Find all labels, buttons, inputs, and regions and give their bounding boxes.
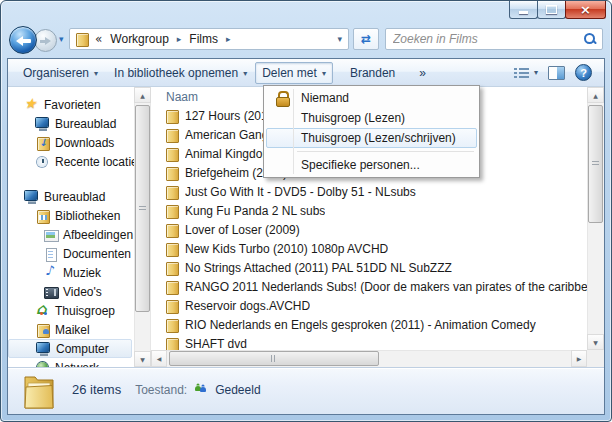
file-row[interactable]: Just Go With It - DVD5 - Dolby 51 - NLsu… <box>151 182 587 201</box>
change-view-button[interactable]: ▾ <box>514 67 538 79</box>
breadcrumb-segment[interactable]: Films ▸ <box>186 31 233 47</box>
breadcrumb-chevron-icon[interactable]: ▸ <box>223 34 234 44</box>
back-button[interactable] <box>9 26 37 54</box>
file-row[interactable]: New Kids Turbo (2010) 1080p AVCHD <box>151 239 587 258</box>
minimize-button[interactable] <box>509 1 538 19</box>
chevron-down-icon: ▾ <box>243 69 247 78</box>
sidebar-item[interactable]: Maikel <box>8 320 134 339</box>
scrollbar-thumb[interactable] <box>135 105 150 312</box>
menu-item[interactable]: Niemand <box>266 88 477 108</box>
file-row[interactable]: Reservoir dogs.AVCHD <box>151 296 587 315</box>
toolbar-button[interactable]: Branden ▾ <box>343 62 402 84</box>
toolbar-button[interactable]: » ▾ <box>412 62 433 84</box>
sidebar-item[interactable]: Thuisgroep <box>8 301 134 320</box>
scroll-left-arrow[interactable]: ◀ <box>151 350 167 367</box>
window-controls: × <box>510 1 606 19</box>
list-horizontal-scrollbar[interactable]: ◀ ▶ <box>151 350 587 367</box>
sidebar-item[interactable]: Bibliotheken <box>8 206 134 225</box>
scroll-right-arrow[interactable]: ▶ <box>571 350 587 367</box>
scroll-up-arrow[interactable]: ▲ <box>134 87 151 103</box>
scroll-up-arrow[interactable]: ▲ <box>587 87 604 103</box>
lock-icon <box>274 90 290 106</box>
scrollbar-thumb[interactable] <box>169 351 379 366</box>
sidebar-item[interactable]: Bureaublad <box>8 114 134 133</box>
folder-icon <box>164 260 180 276</box>
breadcrumb-segment-label: Workgroup <box>107 31 171 47</box>
folder-icon <box>164 146 180 162</box>
menu-item[interactable] <box>266 148 477 155</box>
sidebar-item-label: Documenten <box>63 247 131 261</box>
folder-icon <box>164 127 180 143</box>
file-row[interactable]: Lover of Loser (2009) <box>151 220 587 239</box>
help-button[interactable]: ? <box>575 64 592 81</box>
sidebar-item[interactable]: Afbeeldingen <box>8 225 134 244</box>
file-name: RIO Nederlands en Engels gesproken (2011… <box>185 318 536 332</box>
file-row[interactable]: Kung Fu Panda 2 NL subs <box>151 201 587 220</box>
desktop-icon <box>35 116 51 132</box>
sidebar-item[interactable]: Video's <box>8 282 134 301</box>
menu-item-gutter <box>267 110 297 126</box>
breadcrumb-segment[interactable]: Workgroup ▸ <box>107 31 184 47</box>
menu-item-label: Thuisgroep (Lezen/schrijven) <box>297 131 456 145</box>
file-row[interactable]: RANGO 2011 Nederlands Subs! (Door de mak… <box>151 277 587 296</box>
toolbar-button[interactable]: Delen met ▾ <box>255 62 333 84</box>
folder-icon <box>74 31 90 47</box>
file-name: Kung Fu Panda 2 NL subs <box>185 204 325 218</box>
refresh-button[interactable]: ⇄ <box>353 28 379 50</box>
search-input[interactable] <box>391 31 583 47</box>
sidebar-item-label: Maikel <box>55 323 90 337</box>
picture-icon <box>43 227 59 243</box>
address-dropdown-icon[interactable]: ▾ <box>337 34 344 44</box>
sidebar-item[interactable]: Netwerk <box>8 358 134 367</box>
file-name: Animal Kingdom <box>185 147 272 161</box>
address-bar[interactable]: « Workgroup ▸ Films ▸ ▾ <box>69 28 349 50</box>
breadcrumb-chevron-icon[interactable]: ▸ <box>174 34 185 44</box>
history-dropdown-icon[interactable]: ▾ <box>59 34 64 44</box>
toolbar-buttons: Organiseren ▾ In bibliotheek opnemen ▾ D… <box>16 59 433 86</box>
sidebar-item[interactable]: Bureaublad <box>8 187 134 206</box>
folder-icon <box>164 336 180 351</box>
list-vertical-scrollbar[interactable]: ▲ ▼ <box>587 87 604 350</box>
sidebar-item[interactable]: Favorieten <box>8 95 134 114</box>
toolbar-button-label: » <box>419 66 426 80</box>
toolbar-button[interactable]: In bibliotheek opnemen ▾ <box>107 62 254 84</box>
chevron-down-icon: ▾ <box>94 69 98 78</box>
explorer-window: × ▾ « Workgroup ▸ Films ▸ ▾ ⇄ <box>0 0 612 422</box>
preview-pane-button[interactable] <box>548 66 565 80</box>
file-name: No Strings Attached (2011) PAL 51DD NL S… <box>185 261 452 275</box>
search-icon[interactable] <box>583 32 597 46</box>
menu-item-label: Niemand <box>297 91 349 105</box>
userfolder-icon <box>35 322 51 338</box>
file-name: 127 Hours (2010 <box>185 109 274 123</box>
scroll-down-arrow[interactable]: ▼ <box>134 351 151 367</box>
toolbar-right: ▾ ? <box>514 64 604 81</box>
close-button[interactable]: × <box>565 1 606 19</box>
scrollbar-thumb[interactable] <box>588 105 603 223</box>
breadcrumb-overflow-chevron[interactable]: « <box>95 32 102 46</box>
maximize-button[interactable] <box>537 1 566 19</box>
file-row[interactable]: SHAFT dvd <box>151 334 587 350</box>
sidebar-item[interactable]: Computer <box>8 339 132 358</box>
forward-button[interactable] <box>34 29 57 52</box>
sidebar-item[interactable]: Downloads <box>8 133 134 152</box>
file-name: Lover of Loser (2009) <box>185 223 300 237</box>
file-row[interactable]: No Strings Attached (2011) PAL 51DD NL S… <box>151 258 587 277</box>
menu-item[interactable]: Thuisgroep (Lezen/schrijven) <box>266 128 477 148</box>
menu-item[interactable]: Specifieke personen... <box>266 155 477 175</box>
sidebar-scrollbar[interactable]: ▲ ▼ <box>134 87 151 367</box>
chevron-down-icon[interactable]: ▾ <box>534 68 538 77</box>
search-box[interactable] <box>385 28 603 50</box>
sidebar-item[interactable]: Recente locaties <box>8 152 134 171</box>
toolbar-button[interactable]: Organiseren ▾ <box>16 62 105 84</box>
music-icon <box>43 265 59 281</box>
recent-icon <box>35 154 51 170</box>
sidebar-item[interactable]: Documenten <box>8 244 134 263</box>
scroll-down-arrow[interactable]: ▼ <box>587 334 604 350</box>
file-name: New Kids Turbo (2010) 1080p AVCHD <box>185 242 388 256</box>
sidebar-item-label: Recente locaties <box>55 155 134 169</box>
file-row[interactable]: RIO Nederlands en Engels gesproken (2011… <box>151 315 587 334</box>
library-icon <box>35 208 51 224</box>
menu-item[interactable]: Thuisgroep (Lezen) <box>266 108 477 128</box>
sidebar-item[interactable]: Muziek <box>8 263 134 282</box>
file-name: RANGO 2011 Nederlands Subs! (Door de mak… <box>185 280 587 294</box>
